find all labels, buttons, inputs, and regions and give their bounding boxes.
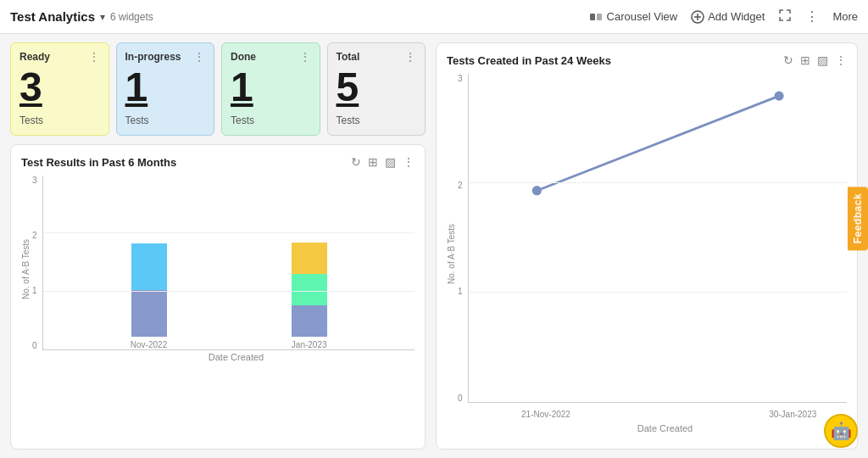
page-title: Test Analytics [10, 9, 95, 24]
app-header: Test Analytics ▾ 6 widgets Carousel View… [0, 0, 868, 34]
bar-chart-panel: Test Results in Past 6 Months ↻ ⊞ ▨ ⋮ No… [10, 144, 426, 450]
line-x-label-1: 21-Nov-2022 [521, 410, 570, 419]
ready-sub: Tests [19, 114, 100, 126]
svg-rect-1 [597, 14, 602, 20]
bars-area: Nov-2022 Jan-2023 [42, 176, 415, 350]
bar-group-nov2022: Nov-2022 [131, 243, 167, 349]
line-x-label-2: 30-Jan-2023 [769, 410, 816, 419]
line-y-labels: 0 1 2 3 [458, 74, 468, 403]
svg-rect-0 [590, 14, 595, 20]
line-chart-header: Tests Created in Past 24 Weeks ↻ ⊞ ▨ ⋮ [447, 53, 847, 67]
line-point-2 [774, 92, 783, 101]
stat-card-ready: Ready ⋮ 3 Tests [10, 42, 109, 136]
total-menu-icon[interactable]: ⋮ [404, 50, 416, 64]
view-icon[interactable]: ▨ [385, 155, 396, 169]
bar-chart-title: Test Results in Past 6 Months [21, 156, 176, 169]
done-menu-icon[interactable]: ⋮ [299, 50, 311, 64]
line-chart-area: No. of A·B Tests 0 1 2 3 [447, 74, 847, 433]
more-menu-icon[interactable]: ⋮ [805, 8, 819, 25]
expand-icon[interactable] [778, 8, 792, 25]
line-chart-menu-icon[interactable]: ⋮ [835, 53, 847, 67]
dropdown-icon[interactable]: ▾ [100, 11, 105, 23]
done-sub: Tests [231, 114, 311, 126]
stat-card-inprogress: In-progress ⋮ 1 Tests [116, 42, 215, 136]
line-chart-panel: Tests Created in Past 24 Weeks ↻ ⊞ ▨ ⋮ N… [436, 42, 858, 450]
line-x-title: Date Created [458, 423, 847, 433]
line-chart-polyline [537, 96, 779, 191]
stat-card-done: Done ⋮ 1 Tests [221, 42, 320, 136]
feedback-button[interactable]: Feedback [848, 187, 868, 250]
bar-xlabel-nov: Nov-2022 [131, 340, 167, 349]
line-svg-container: 21-Nov-2022 30-Jan-2023 [468, 74, 847, 403]
widgets-count: 6 widgets [110, 11, 153, 23]
add-widget-button[interactable]: Add Widget [691, 10, 765, 24]
bar-chart-area: No. of A·B Tests 0 1 2 3 [21, 176, 415, 362]
carousel-view-button[interactable]: Carousel View [589, 10, 678, 24]
bar-chart-header: Test Results in Past 6 Months ↻ ⊞ ▨ ⋮ [21, 155, 415, 169]
inprogress-sub: Tests [125, 114, 206, 126]
inprogress-number: 1 [125, 67, 206, 108]
bar-x-title: Date Created [32, 352, 415, 362]
stat-cards: Ready ⋮ 3 Tests In-progress ⋮ 1 Tests Do… [10, 42, 426, 136]
done-label: Done [231, 51, 256, 63]
total-sub: Tests [337, 114, 417, 126]
line-table-icon[interactable]: ⊞ [800, 53, 810, 67]
done-number: 1 [231, 67, 311, 108]
bar-segment-purple-2 [292, 305, 327, 337]
robot-icon-button[interactable]: 🤖 [824, 414, 858, 448]
bar-segment-blue-1 [131, 243, 167, 290]
add-icon [691, 10, 704, 24]
ready-menu-icon[interactable]: ⋮ [88, 50, 100, 64]
bar-y-axis-title: No. of A·B Tests [21, 239, 31, 299]
left-panel: Ready ⋮ 3 Tests In-progress ⋮ 1 Tests Do… [10, 42, 426, 450]
bar-segment-yellow-2 [292, 243, 327, 274]
bar-chart-tools: ↻ ⊞ ▨ ⋮ [351, 155, 415, 169]
line-chart-title: Tests Created in Past 24 Weeks [447, 54, 611, 67]
line-refresh-icon[interactable]: ↻ [783, 53, 793, 67]
bar-segment-green-2 [292, 274, 327, 305]
bar-segment-purple-1 [131, 290, 167, 337]
line-y-axis-title: No. of A·B Tests [447, 224, 456, 284]
main-content: Ready ⋮ 3 Tests In-progress ⋮ 1 Tests Do… [0, 34, 868, 458]
bar-chart-menu-icon[interactable]: ⋮ [403, 155, 415, 169]
bar-y-labels: 0 1 2 3 [32, 176, 42, 350]
line-view-icon[interactable]: ▨ [817, 53, 828, 67]
carousel-icon [589, 10, 603, 24]
inprogress-menu-icon[interactable]: ⋮ [193, 50, 205, 64]
line-chart-svg [469, 74, 847, 402]
refresh-icon[interactable]: ↻ [351, 155, 361, 169]
ready-label: Ready [19, 51, 50, 63]
stat-card-total: Total ⋮ 5 Tests [327, 42, 426, 136]
table-icon[interactable]: ⊞ [368, 155, 378, 169]
header-left: Test Analytics ▾ 6 widgets [10, 9, 153, 24]
inprogress-label: In-progress [125, 51, 181, 63]
more-button[interactable]: More [832, 10, 858, 23]
ready-number: 3 [19, 67, 100, 108]
total-number: 5 [337, 67, 417, 108]
total-label: Total [337, 51, 360, 63]
line-chart-tools: ↻ ⊞ ▨ ⋮ [783, 53, 847, 67]
bar-group-jan2023: Jan-2023 [292, 243, 327, 349]
line-point-1 [531, 186, 541, 195]
header-right: Carousel View Add Widget ⋮ More [589, 8, 858, 25]
bar-xlabel-jan: Jan-2023 [292, 340, 327, 349]
